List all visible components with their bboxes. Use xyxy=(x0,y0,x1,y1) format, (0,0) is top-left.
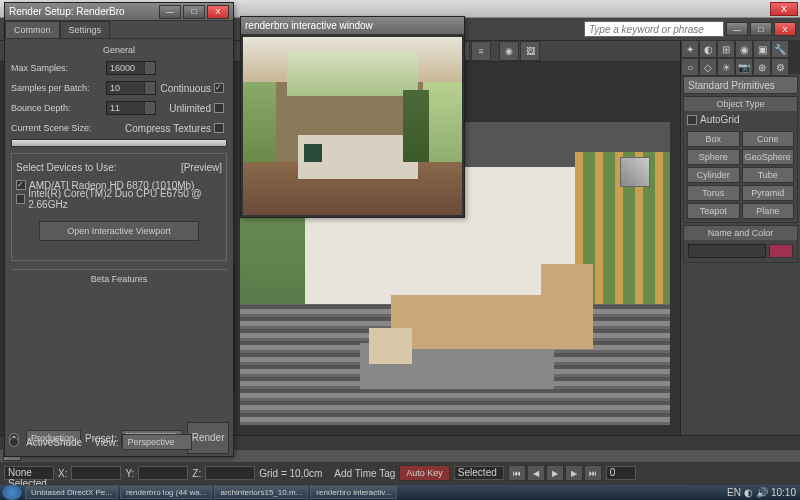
windows-taskbar[interactable]: Unbiased DirectX Pe... renderbro log (44… xyxy=(0,485,800,500)
help-search-input[interactable] xyxy=(584,21,724,37)
minimize-button[interactable]: — xyxy=(726,22,748,36)
bounce-depth-label: Bounce Depth: xyxy=(11,103,106,113)
render-button[interactable]: Render xyxy=(187,422,229,454)
device2-checkbox[interactable] xyxy=(16,194,25,204)
viewcube-icon[interactable] xyxy=(620,157,650,187)
compress-checkbox[interactable] xyxy=(214,123,224,133)
preview-link[interactable]: [Preview] xyxy=(181,162,222,173)
utilities-tab-icon[interactable]: 🔧 xyxy=(771,40,789,58)
render-output-image xyxy=(243,37,462,215)
tool-align-icon[interactable]: ≡ xyxy=(471,41,491,61)
command-panel: ✦ ◐ ⊞ ◉ ▣ 🔧 ○ ◇ ☀ 📷 ⊕ ⚙ Standard Primiti… xyxy=(680,40,800,435)
teapot-button[interactable]: Teapot xyxy=(687,203,740,219)
autogrid-checkbox[interactable] xyxy=(687,115,697,125)
activeshade-radio[interactable] xyxy=(9,437,19,447)
unlimited-checkbox[interactable] xyxy=(214,103,224,113)
cylinder-button[interactable]: Cylinder xyxy=(687,167,740,183)
pyramid-button[interactable]: Pyramid xyxy=(742,185,795,201)
sphere-button[interactable]: Sphere xyxy=(687,149,740,165)
close-button[interactable]: X xyxy=(207,5,229,19)
samples-per-batch-input[interactable]: 10 xyxy=(106,81,156,95)
beta-header[interactable]: Beta Features xyxy=(11,269,227,284)
tray-icon[interactable]: ◐ xyxy=(744,487,753,498)
tube-button[interactable]: Tube xyxy=(742,167,795,183)
display-tab-icon[interactable]: ▣ xyxy=(753,40,771,58)
maximize-button[interactable]: □ xyxy=(183,5,205,19)
z-input[interactable] xyxy=(205,466,255,480)
scene-sofa xyxy=(391,295,542,350)
tool-material-icon[interactable]: ◉ xyxy=(499,41,519,61)
max-samples-label: Max Samples: xyxy=(11,63,106,73)
autogrid-label: AutoGrid xyxy=(700,114,739,125)
task-item[interactable]: renderbro log (44 wa... xyxy=(120,486,213,499)
lights-tab-icon[interactable]: ☀ xyxy=(717,58,735,76)
scene-sofa-side xyxy=(541,264,593,349)
max-samples-input[interactable]: 16000 xyxy=(106,61,156,75)
task-item[interactable]: Unbiased DirectX Pe... xyxy=(25,486,118,499)
maximize-button[interactable]: □ xyxy=(750,22,772,36)
lang-indicator[interactable]: EN xyxy=(727,487,741,498)
geosphere-button[interactable]: GeoSphere xyxy=(742,149,795,165)
minimize-button[interactable]: — xyxy=(159,5,181,19)
object-color-swatch[interactable] xyxy=(769,244,793,258)
helpers-tab-icon[interactable]: ⊕ xyxy=(753,58,771,76)
object-name-input[interactable] xyxy=(688,244,766,258)
torus-button[interactable]: Torus xyxy=(687,185,740,201)
cone-button[interactable]: Cone xyxy=(742,131,795,147)
tray-icon[interactable]: 🔊 xyxy=(756,487,768,498)
box-button[interactable]: Box xyxy=(687,131,740,147)
continuous-label: Continuous xyxy=(160,83,211,94)
play-icon[interactable]: ▶ xyxy=(546,465,564,481)
render-setup-titlebar[interactable]: Render Setup: RenderBro — □ X xyxy=(5,3,233,21)
autokey-button[interactable]: Auto Key xyxy=(399,465,450,481)
start-button-icon[interactable] xyxy=(2,485,22,500)
continuous-checkbox[interactable] xyxy=(214,83,224,93)
device2-label: Intel(R) Core(TM)2 Duo CPU E6750 @ 2.66G… xyxy=(28,188,222,210)
selected-dropdown[interactable]: Selected xyxy=(454,466,504,480)
scene-size-label: Current Scene Size: xyxy=(11,123,106,133)
interactive-render-window: renderbro interactive window xyxy=(240,16,465,218)
geometry-tab-icon[interactable]: ○ xyxy=(681,58,699,76)
x-input[interactable] xyxy=(71,466,121,480)
primitives-dropdown[interactable]: Standard Primitives xyxy=(683,76,798,94)
create-tab-icon[interactable]: ✦ xyxy=(681,40,699,58)
object-type-header[interactable]: Object Type xyxy=(684,97,797,111)
render-setup-title: Render Setup: RenderBro xyxy=(9,6,159,17)
task-item[interactable]: renderbro interactiv... xyxy=(310,486,397,499)
render-window-titlebar[interactable]: renderbro interactive window xyxy=(241,17,464,35)
plane-button[interactable]: Plane xyxy=(742,203,795,219)
device1-checkbox[interactable] xyxy=(16,180,26,190)
cameras-tab-icon[interactable]: 📷 xyxy=(735,58,753,76)
general-header: General xyxy=(11,45,227,55)
common-tab[interactable]: Common xyxy=(5,21,60,38)
x-label: X: xyxy=(58,468,67,479)
next-frame-icon[interactable]: ▶ xyxy=(565,465,583,481)
samples-per-batch-label: Samples per Batch: xyxy=(11,83,106,93)
tool-render-icon[interactable]: 🖼 xyxy=(520,41,540,61)
task-item[interactable]: archinteriors15_10.m... xyxy=(214,486,308,499)
hierarchy-tab-icon[interactable]: ⊞ xyxy=(717,40,735,58)
frame-input[interactable]: 0 xyxy=(606,466,636,480)
clock[interactable]: 10:10 xyxy=(771,487,796,498)
settings-tab[interactable]: Settings xyxy=(60,21,111,38)
systems-tab-icon[interactable]: ⚙ xyxy=(771,58,789,76)
close-button[interactable]: X xyxy=(774,22,796,36)
grid-label: Grid = 10,0cm xyxy=(259,468,322,479)
prev-frame-icon[interactable]: ◀ xyxy=(527,465,545,481)
modify-tab-icon[interactable]: ◐ xyxy=(699,40,717,58)
open-interactive-button[interactable]: Open Interactive Viewport xyxy=(39,221,199,241)
shapes-tab-icon[interactable]: ◇ xyxy=(699,58,717,76)
goto-end-icon[interactable]: ⏭ xyxy=(584,465,602,481)
y-input[interactable] xyxy=(138,466,188,480)
view-dropdown[interactable]: Perspective xyxy=(122,434,192,450)
app-close-button[interactable]: X xyxy=(770,2,798,16)
y-label: Y: xyxy=(125,468,134,479)
motion-tab-icon[interactable]: ◉ xyxy=(735,40,753,58)
goto-start-icon[interactable]: ⏮ xyxy=(508,465,526,481)
name-color-header[interactable]: Name and Color xyxy=(684,226,797,240)
addtime-label[interactable]: Add Time Tag xyxy=(334,468,395,479)
bounce-depth-input[interactable]: 11 xyxy=(106,101,156,115)
render-window-title: renderbro interactive window xyxy=(245,20,460,31)
unlimited-label: Unlimited xyxy=(169,103,211,114)
render-setup-window: Render Setup: RenderBro — □ X Common Set… xyxy=(4,2,234,457)
